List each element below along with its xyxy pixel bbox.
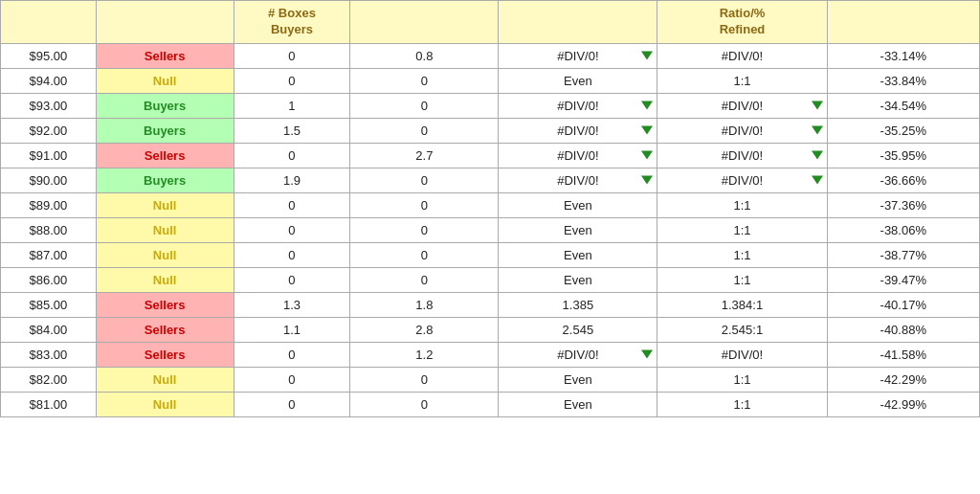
cell-ratio-refined: #DIV/0! [657,143,827,168]
cell-boxes-sellers: 0 [350,267,499,292]
cell-ratio-refined: #DIV/0! [657,168,827,192]
cell-from-price: -40.17% [827,292,979,317]
header-price [1,1,97,44]
cell-from-price: -33.84% [827,68,979,93]
cell-boxes-sellers: 2.8 [350,317,499,342]
cell-from-price: -42.29% [827,367,979,392]
cell-ratio: Even [499,192,657,217]
table-row: $86.00Null00Even1:1-39.47% [1,267,980,292]
cell-boxes-buyers: 0 [234,217,350,242]
cell-buyers-sellers: Null [96,367,234,392]
cell-boxes-buyers: 0 [234,43,350,68]
cell-ratio-refined: 1.384:1 [657,292,827,317]
table-row: $95.00Sellers00.8#DIV/0!#DIV/0!-33.14% [1,43,980,68]
cell-buyers-sellers: Null [96,242,234,267]
cell-boxes-sellers: 0 [350,168,499,192]
cell-ratio: #DIV/0! [499,342,657,367]
cell-ratio-refined: 1:1 [657,68,827,93]
cell-boxes-buyers: 1.3 [234,292,350,317]
cell-ratio: #DIV/0! [499,93,657,118]
table-row: $90.00Buyers1.90#DIV/0!#DIV/0!-36.66% [1,168,980,192]
cell-from-price: -38.06% [827,217,979,242]
cell-ratio: Even [499,242,657,267]
cell-buyers-sellers: Sellers [96,43,234,68]
cell-price: $95.00 [1,43,97,68]
cell-boxes-sellers: 2.7 [350,143,499,168]
cell-from-price: -40.88% [827,317,979,342]
cell-boxes-buyers: 0 [234,267,350,292]
header-from-price [827,1,979,44]
cell-boxes-buyers: 0 [234,143,350,168]
cell-boxes-buyers: 0 [234,68,350,93]
cell-price: $91.00 [1,143,97,168]
cell-from-price: -34.54% [827,93,979,118]
cell-ratio: Even [499,68,657,93]
table-row: $87.00Null00Even1:1-38.77% [1,242,980,267]
cell-price: $93.00 [1,93,97,118]
table-row: $89.00Null00Even1:1-37.36% [1,192,980,217]
cell-price: $92.00 [1,118,97,143]
cell-boxes-sellers: 0 [350,392,499,416]
cell-buyers-sellers: Null [96,68,234,93]
cell-price: $86.00 [1,267,97,292]
cell-ratio: #DIV/0! [499,168,657,192]
table-row: $93.00Buyers10#DIV/0!#DIV/0!-34.54% [1,93,980,118]
cell-from-price: -41.58% [827,342,979,367]
cell-buyers-sellers: Sellers [96,292,234,317]
header-boxes-sellers [350,1,499,44]
header-buyers-sellers [96,1,234,44]
table-row: $85.00Sellers1.31.81.3851.384:1-40.17% [1,292,980,317]
cell-ratio: #DIV/0! [499,118,657,143]
cell-ratio: 1.385 [499,292,657,317]
cell-ratio-refined: 1:1 [657,217,827,242]
table-row: $81.00Null00Even1:1-42.99% [1,392,980,416]
cell-from-price: -42.99% [827,392,979,416]
cell-boxes-buyers: 0 [234,392,350,416]
cell-ratio-refined: 1:1 [657,367,827,392]
cell-price: $88.00 [1,217,97,242]
cell-ratio-refined: #DIV/0! [657,43,827,68]
cell-price: $81.00 [1,392,97,416]
cell-buyers-sellers: Null [96,392,234,416]
cell-buyers-sellers: Null [96,217,234,242]
cell-boxes-buyers: 0 [234,342,350,367]
cell-price: $85.00 [1,292,97,317]
table-row: $91.00Sellers02.7#DIV/0!#DIV/0!-35.95% [1,143,980,168]
cell-buyers-sellers: Null [96,267,234,292]
cell-price: $94.00 [1,68,97,93]
cell-boxes-buyers: 0 [234,192,350,217]
cell-buyers-sellers: Sellers [96,342,234,367]
cell-ratio-refined: 1:1 [657,267,827,292]
cell-from-price: -37.36% [827,192,979,217]
cell-ratio-refined: #DIV/0! [657,118,827,143]
table-row: $94.00Null00Even1:1-33.84% [1,68,980,93]
cell-buyers-sellers: Sellers [96,317,234,342]
cell-boxes-buyers: 1.5 [234,118,350,143]
cell-buyers-sellers: Buyers [96,93,234,118]
cell-price: $84.00 [1,317,97,342]
cell-boxes-buyers: 1 [234,93,350,118]
cell-buyers-sellers: Buyers [96,118,234,143]
cell-ratio: Even [499,367,657,392]
cell-boxes-sellers: 0.8 [350,43,499,68]
cell-ratio: #DIV/0! [499,143,657,168]
cell-price: $89.00 [1,192,97,217]
cell-boxes-sellers: 0 [350,68,499,93]
price-table: # BoxesBuyers Ratio/%Refined $95.00Selle… [0,0,980,417]
cell-boxes-sellers: 1.2 [350,342,499,367]
cell-boxes-sellers: 0 [350,118,499,143]
cell-from-price: -35.95% [827,143,979,168]
header-ratio [499,1,657,44]
cell-ratio-refined: #DIV/0! [657,93,827,118]
header-boxes-buyers: # BoxesBuyers [234,1,350,44]
header-ratio-refined: Ratio/%Refined [657,1,827,44]
cell-ratio-refined: 1:1 [657,392,827,416]
cell-boxes-buyers: 0 [234,242,350,267]
cell-ratio-refined: #DIV/0! [657,342,827,367]
cell-ratio: Even [499,392,657,416]
cell-boxes-sellers: 1.8 [350,292,499,317]
cell-boxes-buyers: 0 [234,367,350,392]
cell-ratio: Even [499,267,657,292]
cell-price: $87.00 [1,242,97,267]
cell-ratio-refined: 2.545:1 [657,317,827,342]
